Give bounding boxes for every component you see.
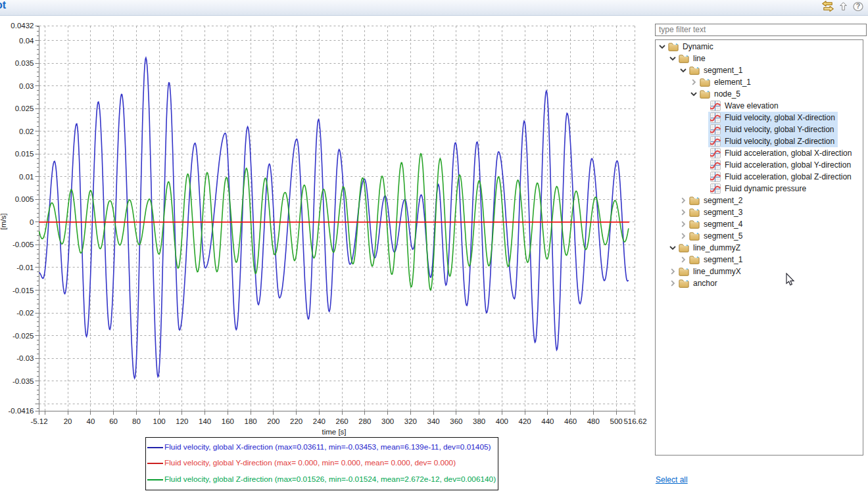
svg-text:200: 200 [267,417,279,425]
svg-text:60: 60 [109,417,118,425]
svg-text:-0.02: -0.02 [16,309,34,317]
svg-text:340: 340 [427,417,440,425]
svg-text:460: 460 [564,417,577,425]
svg-text:80: 80 [132,417,141,425]
svg-text:420: 420 [519,417,531,425]
svg-text:480: 480 [587,417,600,425]
svg-text:400: 400 [496,417,508,425]
svg-text:0.01: 0.01 [19,173,34,181]
svg-text:0.005: 0.005 [15,195,34,203]
svg-text:-0.01: -0.01 [16,264,34,271]
svg-text:440: 440 [541,417,554,425]
svg-text:220: 220 [290,417,302,425]
svg-text:0.0432: 0.0432 [11,22,34,30]
svg-text:516.62: 516.62 [623,417,646,425]
svg-text:0.015: 0.015 [15,150,34,158]
svg-text:380: 380 [473,417,485,425]
svg-text:-5.12: -5.12 [30,417,47,425]
svg-text:-0.0416: -0.0416 [8,407,34,415]
svg-text:140: 140 [199,417,211,425]
svg-text:120: 120 [176,417,188,425]
svg-text:280: 280 [358,417,371,425]
svg-text:0: 0 [30,218,34,226]
svg-text:-0.03: -0.03 [16,354,34,362]
svg-text:40: 40 [87,417,95,425]
svg-text:100: 100 [153,417,166,425]
svg-text:[m/s]: [m/s] [0,214,7,230]
svg-text:0.02: 0.02 [19,128,34,135]
svg-text:-0.035: -0.035 [12,377,34,385]
svg-text:300: 300 [381,417,394,425]
svg-text:0.035: 0.035 [15,59,34,67]
svg-text:260: 260 [336,417,349,425]
svg-text:-0.025: -0.025 [12,332,34,340]
svg-text:20: 20 [64,417,72,425]
svg-text:240: 240 [313,417,326,425]
svg-text:360: 360 [450,417,462,425]
svg-text:0.03: 0.03 [19,82,34,90]
svg-text:?: ? [856,2,860,10]
svg-text:0.025: 0.025 [15,105,34,112]
svg-text:320: 320 [404,417,417,425]
svg-text:180: 180 [245,417,257,425]
svg-text:160: 160 [222,417,234,425]
svg-text:time [s]: time [s] [322,428,346,436]
svg-text:0.04: 0.04 [19,37,34,45]
svg-text:500: 500 [610,417,623,425]
svg-text:-0.005: -0.005 [12,241,34,248]
svg-text:-0.015: -0.015 [12,287,34,294]
